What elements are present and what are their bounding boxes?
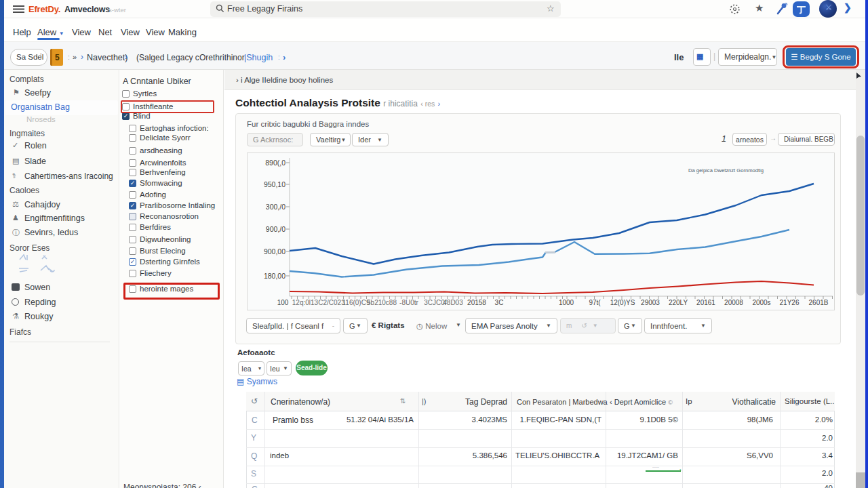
svg-text:21Y26: 21Y26	[780, 299, 800, 306]
svg-text:-8U0tr: -8U0tr	[399, 299, 418, 306]
svg-text:2000s: 2000s	[752, 299, 770, 306]
svg-text:20008: 20008	[724, 299, 743, 306]
svg-text:900,/0: 900,/0	[266, 225, 285, 233]
svg-text:116(0)C9: 116(0)C9	[342, 299, 370, 306]
svg-text:950,10: 950,10	[264, 180, 285, 188]
svg-text:29003: 29003	[641, 299, 660, 306]
svg-text:3C: 3C	[495, 299, 504, 306]
svg-text:20161: 20161	[696, 299, 715, 306]
svg-text:97t(: 97t(	[589, 299, 601, 306]
svg-text:5b210c88: 5b210c88	[367, 299, 397, 306]
svg-text:2601B: 2601B	[809, 299, 829, 306]
svg-text:890(,0: 890(,0	[265, 159, 285, 167]
svg-text:48D03: 48D03	[443, 299, 463, 306]
svg-text:C2/C023: C2/C023	[318, 299, 345, 306]
svg-text:100: 100	[277, 299, 289, 306]
svg-text:Da gelpica Dwetznzt Gornmodtig: Da gelpica Dwetznzt Gornmodtig	[688, 167, 764, 174]
svg-text:20158: 20158	[467, 299, 486, 306]
svg-text:12(0)YS: 12(0)YS	[610, 299, 635, 306]
svg-text:220LY: 220LY	[669, 299, 688, 306]
svg-text:1000: 1000	[559, 299, 574, 306]
svg-text:900,00: 900,00	[264, 247, 285, 256]
svg-text:300,/0: 300,/0	[266, 203, 285, 211]
svg-text:180,00: 180,00	[264, 272, 285, 280]
svg-text:12q:0l13: 12q:0l13	[292, 299, 319, 306]
